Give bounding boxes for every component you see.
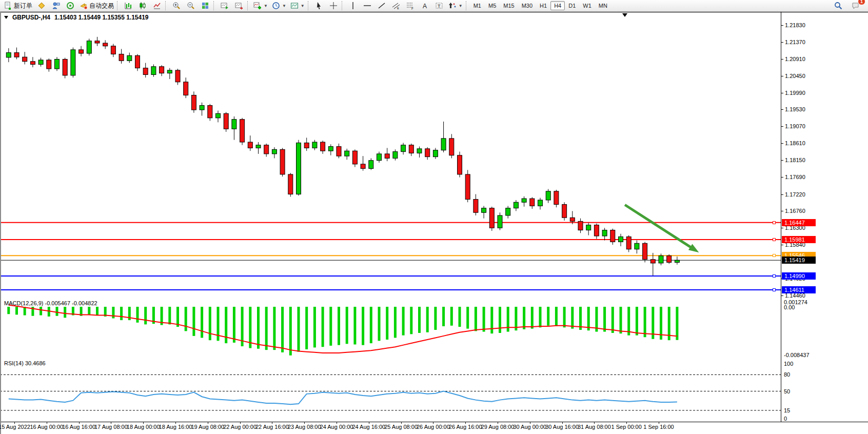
price-tick-label: 1.19530 xyxy=(785,106,805,112)
price-tick-dash xyxy=(781,25,783,26)
time-tick-label: 16 Aug 00:00 xyxy=(30,424,63,430)
price-tick-dash xyxy=(781,76,783,76)
price-tick-label: 1.19990 xyxy=(785,90,805,96)
price-chart-pane[interactable] xyxy=(0,12,781,298)
chart-quotes: 1.15403 1.15449 1.15355 1.15419 xyxy=(54,14,149,21)
svg-text:T: T xyxy=(438,4,441,9)
tile-windows-icon xyxy=(201,2,209,10)
rsi-line xyxy=(9,391,677,405)
chart-title: GBPUSD-,H4 xyxy=(12,14,50,21)
macd-pane[interactable] xyxy=(0,299,781,358)
time-tick-label: 26 Aug 16:00 xyxy=(449,424,482,430)
time-tick-label: 1 Sep 16:00 xyxy=(643,424,674,430)
time-tick-label: 31 Aug 08:00 xyxy=(578,424,611,430)
cursor-button[interactable] xyxy=(312,0,326,11)
chart-shift-button[interactable] xyxy=(232,0,246,11)
candlestick-chart-button[interactable] xyxy=(135,0,150,11)
line-chart-button[interactable] xyxy=(150,0,164,11)
price-tick-dash xyxy=(781,109,783,110)
price-tick-dash xyxy=(781,177,783,177)
text-button[interactable]: A xyxy=(418,0,432,11)
timeframe-button-m1[interactable]: M1 xyxy=(470,1,485,10)
chevron-down-icon: ▼ xyxy=(301,4,305,8)
timeframe-button-m5[interactable]: M5 xyxy=(485,1,500,10)
hline-price-badge: 1.15981 xyxy=(782,236,816,243)
bar-chart-button[interactable] xyxy=(121,0,135,11)
signals-button[interactable] xyxy=(63,0,77,11)
time-tick-label: 26 Aug 00:00 xyxy=(417,424,450,430)
horizontal-line-button[interactable] xyxy=(360,0,374,11)
price-tick-dash xyxy=(781,59,783,60)
price-tick-label: 1.21830 xyxy=(785,22,805,28)
time-tick-label: 17 Aug 08:00 xyxy=(94,424,128,430)
timeframe-button-h1[interactable]: H1 xyxy=(536,1,550,10)
svg-text:F: F xyxy=(411,7,413,10)
price-tick-dash xyxy=(781,93,783,93)
chevron-down-icon: ▼ xyxy=(264,4,268,8)
autotrading-button-label: 自动交易 xyxy=(89,2,114,10)
tile-windows-button[interactable] xyxy=(198,0,212,11)
chart-area[interactable]: GBPUSD-,H4 1.15403 1.15449 1.15355 1.154… xyxy=(0,12,868,434)
crosshair-button[interactable] xyxy=(326,0,341,11)
search-button[interactable] xyxy=(831,0,845,11)
hline-price-badge: 1.14611 xyxy=(782,286,816,293)
hline-end-marker xyxy=(773,288,776,291)
timeframe-button-m30[interactable]: M30 xyxy=(518,1,536,10)
hline-end-marker xyxy=(773,274,776,278)
line-chart-icon xyxy=(153,2,161,10)
horizontal-line-objects[interactable] xyxy=(0,223,781,290)
equidistant-channel-button[interactable]: E xyxy=(389,0,403,11)
zoom-in-button[interactable] xyxy=(169,0,184,11)
price-tick-label: 1.16760 xyxy=(785,208,805,214)
zoom-out-button[interactable] xyxy=(184,0,198,11)
price-tick-dash xyxy=(781,245,783,245)
auto-scroll-button[interactable] xyxy=(218,0,232,11)
autotrading-button[interactable]: 自动交易 xyxy=(77,0,116,11)
toolbar-separator xyxy=(342,1,344,10)
timeframe-button-h4[interactable]: H4 xyxy=(550,1,565,10)
chart-collapse-icon[interactable] xyxy=(4,16,8,19)
time-tick-label: 19 Aug 08:00 xyxy=(191,424,224,430)
time-tick-label: 1 Sep 00:00 xyxy=(611,424,642,430)
hline-icon xyxy=(363,2,371,10)
arrows-icon xyxy=(448,2,457,10)
new-order-button[interactable]: 新订单 xyxy=(2,0,34,11)
price-tick-dash xyxy=(781,126,783,127)
periods-button[interactable]: ▼ xyxy=(270,0,288,11)
metaeditor-button[interactable] xyxy=(34,0,49,11)
macd-label: MACD(12,26,9) -0.005467 -0.004822 xyxy=(4,300,97,306)
pane-splitter-rsi[interactable] xyxy=(0,12,868,13)
macd-signal-line xyxy=(9,305,677,353)
notifications-button[interactable]: 1 xyxy=(849,0,863,11)
hline-end-marker xyxy=(773,221,776,224)
timeframe-button-d1[interactable]: D1 xyxy=(565,1,579,10)
price-tick-label: 1.17220 xyxy=(785,191,805,198)
timeframe-button-m15[interactable]: M15 xyxy=(500,1,518,10)
template-icon xyxy=(290,2,299,10)
price-tick-label: 1.19070 xyxy=(785,123,805,129)
timeframe-button-mn[interactable]: MN xyxy=(595,1,611,10)
templates-button[interactable]: ▼ xyxy=(288,0,307,11)
vertical-line-button[interactable] xyxy=(346,0,360,11)
fibonacci-button[interactable]: F xyxy=(403,0,418,11)
profiles-button[interactable] xyxy=(49,0,63,11)
indicators-button[interactable]: ▼ xyxy=(251,0,270,11)
text-label-button[interactable]: T xyxy=(432,0,446,11)
text-a-icon: A xyxy=(421,2,429,10)
time-axis-border xyxy=(0,422,868,422)
rsi-pane[interactable] xyxy=(0,359,781,422)
time-tick-label: 22 Aug 16:00 xyxy=(255,424,289,430)
price-tick-dash xyxy=(781,194,783,195)
arrows-button[interactable]: ▼ xyxy=(446,0,465,11)
fibo-icon: F xyxy=(406,2,415,10)
toolbar-right: 1 xyxy=(831,0,866,11)
price-axis-border xyxy=(781,12,781,422)
time-tick-label: 24 Aug 00:00 xyxy=(320,424,353,430)
chart-title-row: GBPUSD-,H4 1.15403 1.15449 1.15355 1.154… xyxy=(4,14,149,21)
timeframe-button-w1[interactable]: W1 xyxy=(579,1,595,10)
price-tick-dash xyxy=(781,211,783,211)
chart-shift-marker-icon[interactable] xyxy=(622,13,627,17)
doc-plus-icon xyxy=(4,2,12,10)
price-tick-label: 1.18610 xyxy=(785,140,805,146)
trendline-button[interactable] xyxy=(374,0,389,11)
